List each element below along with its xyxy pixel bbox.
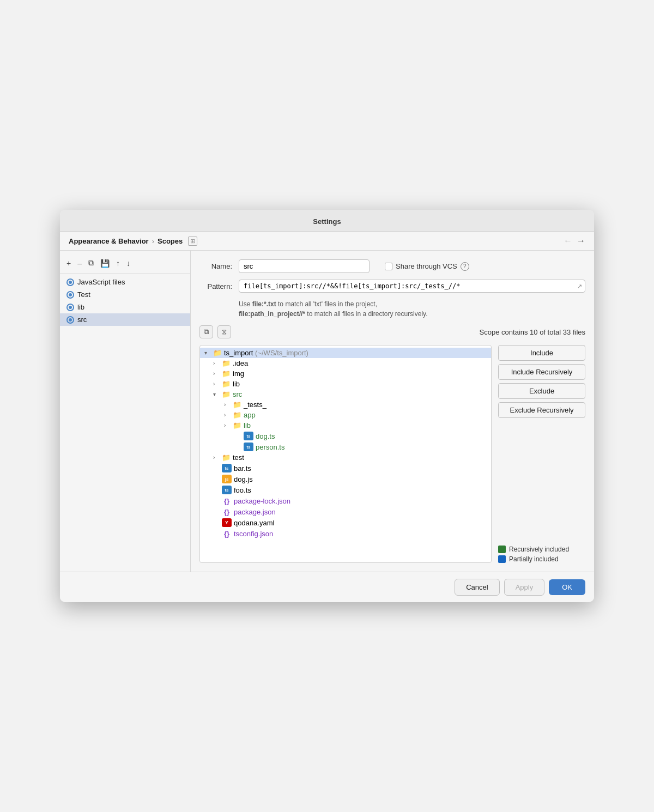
move-down-button[interactable]: ↓	[124, 258, 132, 269]
nav-arrows: ← →	[564, 236, 585, 246]
scope-radio-inner	[69, 306, 72, 309]
breadcrumb-bar: Appearance & Behavior › Scopes ⊞ ← →	[60, 232, 594, 251]
chevron-tests: ›	[224, 402, 231, 408]
vcs-checkbox[interactable]	[385, 263, 392, 270]
include-button[interactable]: Include	[498, 345, 585, 361]
file-panel-header: ⧉ ⧖ Scope contains 10 of total 33 files	[199, 325, 585, 338]
breadcrumb-parent[interactable]: Appearance & Behavior	[69, 237, 149, 245]
scope-count: Scope contains 10 of total 33 files	[480, 328, 585, 336]
exclude-button[interactable]: Exclude	[498, 383, 585, 399]
legend-label-partially: Partially included	[509, 555, 559, 563]
file-tree-area: ▾ 📁 ts_import (~/WS/ts_import) › 📁 .idea…	[199, 345, 585, 563]
tree-item-label-tests: _tests_	[244, 401, 487, 409]
tree-item-tsconfig[interactable]: {} tsconfig.json	[200, 528, 491, 539]
tree-item-label-person-ts: person.ts	[256, 443, 487, 451]
ok-button[interactable]: OK	[549, 579, 585, 595]
tree-item-person-ts[interactable]: ts person.ts	[200, 441, 491, 452]
tree-item-label-lib-root: lib	[233, 380, 487, 388]
folder-icon-tests: 📁	[233, 401, 241, 409]
tree-item-dog-ts[interactable]: ts dog.ts	[200, 431, 491, 441]
breadcrumb-icon[interactable]: ⊞	[188, 237, 197, 246]
sidebar-item-test[interactable]: Test	[60, 288, 190, 301]
legend-color-partially	[498, 555, 506, 563]
tree-item-tests[interactable]: › 📁 _tests_	[200, 399, 491, 410]
tree-item-app[interactable]: › 📁 app	[200, 410, 491, 420]
tree-item-label-idea: .idea	[233, 359, 487, 367]
chevron-idea: ›	[213, 360, 220, 366]
tree-item-idea[interactable]: › 📁 .idea	[200, 358, 491, 368]
save-scope-button[interactable]: 💾	[98, 258, 112, 269]
copy-scope-button[interactable]: ⧉	[86, 257, 96, 269]
chevron-ts_import: ▾	[204, 350, 211, 356]
tree-item-label-tsconfig: tsconfig.json	[234, 530, 487, 538]
folder-icon-src: 📁	[222, 390, 231, 398]
pattern-row: Pattern: ↗	[199, 280, 585, 293]
legend: Recursively included Partially included	[498, 541, 585, 563]
scope-label-javascript: JavaScript files	[77, 278, 125, 286]
sidebar: + – ⧉ 💾 ↑ ↓ JavaScript files Test	[60, 251, 191, 572]
tree-item-img[interactable]: › 📁 img	[200, 368, 491, 379]
tree-item-label-package-lock: package-lock.json	[234, 497, 487, 505]
action-buttons: Include Include Recursively Exclude Excl…	[498, 345, 585, 563]
folder-icon-app: 📁	[233, 411, 241, 419]
remove-scope-button[interactable]: –	[75, 258, 84, 269]
tree-item-label-app: app	[244, 411, 487, 419]
tree-item-ts_import[interactable]: ▾ 📁 ts_import (~/WS/ts_import)	[200, 348, 491, 358]
sidebar-item-src[interactable]: src	[60, 313, 190, 326]
move-up-button[interactable]: ↑	[114, 258, 122, 269]
chevron-lib-src: ›	[224, 422, 231, 428]
back-arrow[interactable]: ←	[564, 236, 572, 246]
dialog-title: Settings	[313, 217, 341, 226]
chevron-app: ›	[224, 412, 231, 418]
sidebar-toolbar: + – ⧉ 💾 ↑ ↓	[60, 255, 190, 274]
name-input[interactable]	[239, 259, 370, 273]
tree-item-dog-js[interactable]: js dog.js	[200, 474, 491, 484]
forward-arrow[interactable]: →	[577, 236, 585, 246]
scope-radio-src	[66, 316, 74, 324]
legend-label-recursively: Recursively included	[509, 546, 569, 553]
folder-icon-lib-root: 📁	[222, 380, 231, 388]
cancel-button[interactable]: Cancel	[455, 579, 499, 596]
pattern-input[interactable]	[239, 280, 585, 293]
json-badge-package: {}	[222, 507, 232, 516]
filter-button[interactable]: ⧖	[217, 325, 231, 338]
tree-item-label-qodana: qodana.yaml	[234, 519, 487, 527]
tree-item-package-lock[interactable]: {} package-lock.json	[200, 495, 491, 506]
file-tree[interactable]: ▾ 📁 ts_import (~/WS/ts_import) › 📁 .idea…	[199, 345, 492, 563]
tree-item-package-json[interactable]: {} package.json	[200, 506, 491, 517]
breadcrumb-current: Scopes	[158, 237, 183, 245]
exclude-recursively-button[interactable]: Exclude Recursively	[498, 402, 585, 418]
tree-item-label-ts_import: ts_import (~/WS/ts_import)	[224, 349, 487, 357]
help-icon[interactable]: ?	[461, 262, 469, 271]
tree-item-foo-ts[interactable]: ts foo.ts	[200, 484, 491, 495]
folder-icon-test: 📁	[222, 453, 231, 462]
sidebar-item-lib[interactable]: lib	[60, 301, 190, 313]
scope-label-test: Test	[77, 290, 90, 299]
json-badge-package-lock: {}	[222, 496, 232, 505]
apply-button[interactable]: Apply	[504, 579, 545, 596]
right-panel: Name: Share through VCS ? Pattern: ↗ Use…	[191, 251, 594, 572]
copy-filter-button[interactable]: ⧉	[199, 325, 213, 338]
tree-item-label-package-json: package.json	[234, 508, 487, 516]
breadcrumb-separator: ›	[152, 237, 154, 245]
include-recursively-button[interactable]: Include Recursively	[498, 364, 585, 380]
name-label: Name:	[199, 262, 232, 270]
tree-item-label-src: src	[233, 390, 487, 398]
add-scope-button[interactable]: +	[64, 258, 73, 269]
legend-color-recursively	[498, 546, 506, 553]
vcs-wrap: Share through VCS ?	[385, 262, 469, 271]
scope-radio-lib	[66, 304, 74, 311]
tree-item-qodana[interactable]: Y qodana.yaml	[200, 517, 491, 528]
tree-item-label-dog-js: dog.js	[234, 475, 487, 483]
tree-item-lib-root[interactable]: › 📁 lib	[200, 379, 491, 389]
expand-icon[interactable]: ↗	[577, 283, 582, 290]
hint-text: Use file:*.txt to match all 'txt' files …	[239, 299, 585, 319]
tree-item-lib-src[interactable]: › 📁 lib	[200, 420, 491, 431]
sidebar-item-javascript-files[interactable]: JavaScript files	[60, 276, 190, 288]
tree-item-bar-ts[interactable]: ts bar.ts	[200, 463, 491, 474]
tree-item-test-folder[interactable]: › 📁 test	[200, 452, 491, 463]
title-bar: Settings	[60, 210, 594, 232]
tree-item-src-folder[interactable]: ▾ 📁 src	[200, 389, 491, 399]
footer: Cancel Apply OK	[60, 572, 594, 602]
scope-radio-inner	[69, 318, 72, 322]
